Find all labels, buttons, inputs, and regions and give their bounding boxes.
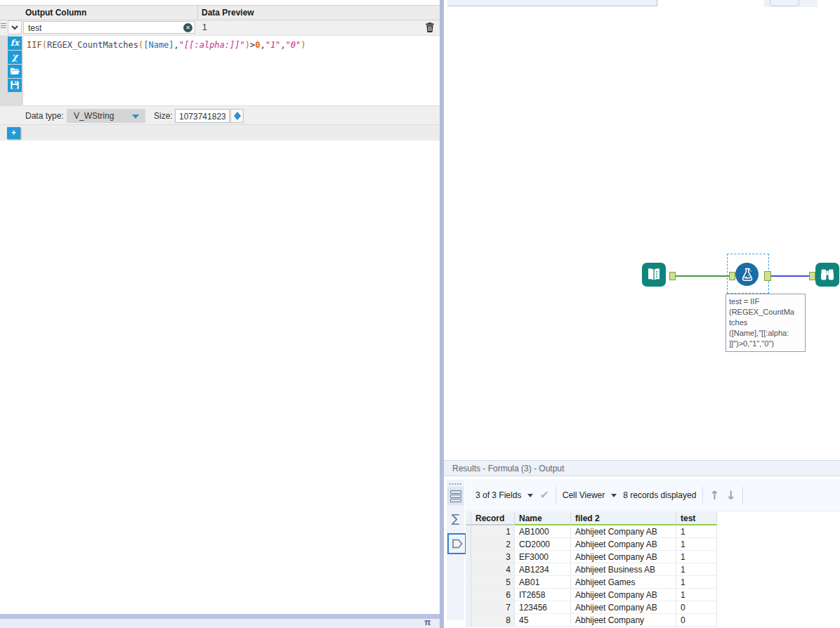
data-type-select[interactable]: V_WString xyxy=(67,109,145,123)
table-row[interactable]: 1AB1000Abhijeet Company AB1 xyxy=(466,525,717,538)
column-header[interactable]: Name xyxy=(515,512,571,525)
table-cell[interactable]: Abhijeet Company AB xyxy=(571,601,676,614)
formula-segment: ) xyxy=(245,40,250,50)
delete-expression-button[interactable] xyxy=(424,21,437,34)
chevron-down-icon xyxy=(8,21,21,34)
table-cell[interactable]: 1 xyxy=(676,538,717,551)
results-title-bar[interactable]: Results - Formula (3) - Output xyxy=(444,460,840,476)
table-row[interactable]: 2CD2000Abhijeet Company AB1 xyxy=(466,538,717,551)
formula-input-anchor[interactable] xyxy=(729,272,735,280)
chevron-down-icon[interactable] xyxy=(611,494,617,497)
scroll-down-icon[interactable]: ↓ xyxy=(726,488,736,502)
table-row[interactable]: 7123456Abhijeet Company AB0 xyxy=(466,601,717,614)
open-expression-button[interactable] xyxy=(8,65,22,78)
output-column-name-input[interactable]: test ✕ xyxy=(23,21,195,34)
formula-segment: ) xyxy=(301,40,306,50)
table-cell[interactable]: 1 xyxy=(676,525,717,538)
formula-expression[interactable]: IIF(REGEX_CountMatches([Name],"[[:alpha:… xyxy=(27,40,306,50)
insert-variable-button[interactable]: χ xyxy=(8,51,22,64)
connection-input-to-formula[interactable] xyxy=(676,275,729,277)
formula-tool[interactable] xyxy=(735,263,759,286)
table-cell[interactable]: 2 xyxy=(471,538,515,551)
table-row[interactable]: 845Abhijeet Company0 xyxy=(466,614,717,627)
table-cell[interactable]: 1 xyxy=(676,589,717,601)
table-cell[interactable]: Abhijeet Games xyxy=(571,576,676,589)
table-cell[interactable]: 4 xyxy=(471,563,515,576)
table-cell[interactable]: IT2658 xyxy=(515,589,571,601)
toolbar-separator xyxy=(742,487,743,504)
table-cell[interactable]: AB1234 xyxy=(515,563,571,576)
input-output-anchor[interactable] xyxy=(669,272,676,280)
table-cell[interactable]: 8 xyxy=(471,614,515,627)
table-cell[interactable]: 1 xyxy=(471,525,515,538)
formula-segment: "1" xyxy=(265,40,281,50)
row-drag-handle-icon[interactable] xyxy=(1,23,6,32)
column-header[interactable]: test xyxy=(676,512,717,525)
table-cell[interactable]: 0 xyxy=(676,601,717,614)
resize-grip-icon[interactable]: π xyxy=(424,617,431,627)
table-cell[interactable]: 7 xyxy=(471,601,515,614)
apply-check-icon[interactable]: ✔ xyxy=(539,488,549,502)
variable-x-icon: χ xyxy=(12,51,18,62)
clear-field-icon[interactable]: ✕ xyxy=(183,23,192,32)
table-cell[interactable]: 5 xyxy=(471,576,515,589)
fields-dropdown[interactable]: 3 of 3 Fields xyxy=(475,490,521,500)
canvas-top-remnant xyxy=(764,0,818,7)
table-cell[interactable]: AB1000 xyxy=(515,525,571,538)
table-view-button[interactable] xyxy=(447,487,464,505)
add-column-button[interactable]: + xyxy=(7,127,20,139)
table-cell[interactable]: 45 xyxy=(515,614,571,627)
table-cell[interactable]: 3 xyxy=(471,551,515,563)
collapse-expression-button[interactable] xyxy=(8,20,22,34)
table-cell[interactable]: Abhijeet Company AB xyxy=(571,525,676,538)
column-header[interactable]: Record xyxy=(471,512,515,525)
table-cell[interactable]: Abhijeet Company xyxy=(571,614,676,627)
formula-segment: , xyxy=(260,40,265,50)
size-input[interactable]: 1073741823 xyxy=(175,109,230,123)
output-column-name-value: test xyxy=(28,23,41,33)
chevron-down-icon[interactable] xyxy=(527,494,533,497)
table-cell[interactable]: 1 xyxy=(676,551,717,563)
spin-down-icon[interactable] xyxy=(234,116,241,120)
table-cell[interactable]: 123456 xyxy=(515,601,571,614)
formula-output-anchor[interactable] xyxy=(764,271,771,281)
table-row[interactable]: 4AB1234Abhijeet Business AB1 xyxy=(466,563,717,576)
browse-input-anchor[interactable] xyxy=(809,272,815,280)
table-cell[interactable]: 0 xyxy=(676,614,717,627)
save-expression-button[interactable] xyxy=(8,79,22,92)
table-row[interactable]: 6IT2658Abhijeet Company AB1 xyxy=(466,589,717,601)
horizontal-scrollbar[interactable] xyxy=(0,614,440,619)
table-cell[interactable]: Abhijeet Company AB xyxy=(571,538,676,551)
table-cell[interactable]: 1 xyxy=(676,563,717,576)
book-icon xyxy=(645,266,662,283)
table-cell[interactable]: EF3000 xyxy=(515,551,571,563)
table-row[interactable]: 5AB01Abhijeet Games1 xyxy=(466,576,717,589)
expression-editor[interactable]: fx χ IIF(REGEX_CountM xyxy=(0,36,440,105)
cell-viewer-dropdown[interactable]: Cell Viewer xyxy=(563,490,605,500)
data-preview-header: Data Preview xyxy=(202,8,254,18)
table-cell[interactable]: Abhijeet Company AB xyxy=(571,589,676,601)
input-data-tool[interactable] xyxy=(642,263,666,287)
workflow-canvas[interactable]: test = IIF (REGEX_CountMa tches ([Name],… xyxy=(444,0,840,460)
data-type-value: V_WString xyxy=(74,111,114,121)
connection-formula-to-browse[interactable] xyxy=(771,275,811,277)
formula-annotation[interactable]: test = IIF (REGEX_CountMa tches ([Name],… xyxy=(726,294,806,352)
row-gutter xyxy=(466,576,471,589)
toolbar-grip-icon[interactable]: ••••• xyxy=(449,480,462,487)
table-cell[interactable]: Abhijeet Company AB xyxy=(571,551,676,563)
data-view-button[interactable] xyxy=(447,533,466,554)
table-row[interactable]: 3EF3000Abhijeet Company AB1 xyxy=(466,551,717,563)
table-cell[interactable]: 6 xyxy=(471,589,515,601)
size-stepper[interactable] xyxy=(230,109,244,123)
browse-tool[interactable] xyxy=(815,263,839,287)
column-header[interactable]: filed 2 xyxy=(571,512,676,525)
table-cell[interactable]: 1 xyxy=(676,576,717,589)
formula-segment: ( xyxy=(42,40,47,50)
scroll-up-icon[interactable]: ↑ xyxy=(709,488,719,502)
table-cell[interactable]: Abhijeet Business AB xyxy=(571,563,676,576)
metadata-view-button[interactable]: ∑ xyxy=(447,509,464,528)
table-cell[interactable]: AB01 xyxy=(515,576,571,589)
row-gutter xyxy=(466,551,471,563)
table-cell[interactable]: CD2000 xyxy=(515,538,571,551)
insert-function-button[interactable]: fx xyxy=(8,37,22,50)
